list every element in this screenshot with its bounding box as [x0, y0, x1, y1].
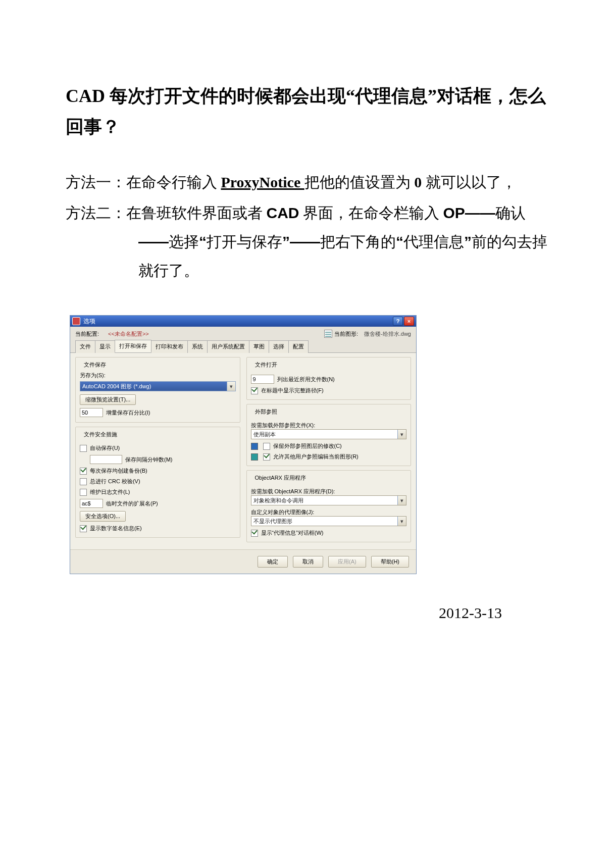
- xref-allow-edit-label: 允许其他用户参照编辑当前图形(R): [273, 453, 359, 461]
- incremental-save-label: 增量保存百分比(I): [106, 409, 150, 417]
- show-proxy-dialog-checkbox[interactable]: [251, 530, 258, 537]
- arx-load-select[interactable]: 对象检测和命令调用 ▾: [251, 495, 407, 505]
- method2-q4: ”: [464, 233, 472, 250]
- arx-load-value: 对象检测和命令调用: [253, 497, 398, 504]
- crc-checkbox[interactable]: [80, 478, 87, 485]
- saveas-select[interactable]: AutoCAD 2004 图形 (*.dwg) ▾: [80, 381, 236, 391]
- method2-proxy: 代理信息: [403, 233, 464, 250]
- tab-select[interactable]: 选择: [269, 340, 289, 353]
- method1-para: 方法一：在命令行输入 ProxyNotice 把他的值设置为 0 就可以以了，: [66, 168, 547, 196]
- method2-q1: “: [199, 233, 207, 250]
- close-button[interactable]: ×: [404, 317, 414, 326]
- digsig-checkbox[interactable]: [80, 525, 87, 532]
- method2-prefix: 方法二：在鲁班软件界面或者: [66, 205, 267, 221]
- xref-retain-checkbox[interactable]: [263, 443, 270, 450]
- chevron-down-icon: ▾: [397, 430, 406, 439]
- help-button[interactable]: 帮助(H): [371, 556, 409, 568]
- bak-label: 每次保存均创建备份(B): [90, 467, 147, 475]
- method2-cad: CAD: [267, 205, 299, 221]
- apply-button[interactable]: 应用(A): [328, 556, 366, 568]
- doc-date: 2012-3-13: [66, 604, 547, 622]
- tab-open-save[interactable]: 打开和保存: [115, 340, 151, 352]
- current-config-value: <<未命名配置>>: [105, 330, 318, 338]
- xref-group-title: 外部参照: [253, 408, 279, 416]
- method1-prefix: 方法一：在命令行输入: [66, 174, 221, 190]
- chevron-down-icon: ▾: [227, 382, 235, 391]
- proxy-image-select[interactable]: 不显示代理图形 ▾: [251, 516, 407, 526]
- method2-d1: ——: [138, 233, 169, 250]
- dialog-footer: 确定 取消 应用(A) 帮助(H): [70, 549, 416, 574]
- xref-load-label: 按需加载外部参照文件(X):: [251, 422, 407, 429]
- current-drawing-label: 当前图形:: [324, 330, 358, 338]
- file-save-group-title: 文件保存: [82, 361, 108, 369]
- fullpath-checkbox[interactable]: [251, 387, 258, 394]
- color-icon: [251, 453, 258, 461]
- log-checkbox[interactable]: [80, 489, 87, 496]
- file-safety-group-title: 文件安全措施: [82, 431, 119, 438]
- config-row: 当前配置: <<未命名配置>> 当前图形: 微舍楼-给排水.dwg: [70, 327, 416, 340]
- help-button[interactable]: ?: [393, 317, 403, 326]
- xref-load-select[interactable]: 使用副本 ▾: [251, 429, 407, 439]
- ok-button[interactable]: 确定: [258, 556, 288, 568]
- tab-system[interactable]: 系统: [187, 340, 208, 353]
- color-icon: [251, 443, 258, 450]
- recent-count-label: 列出最近所用文件数(N): [277, 376, 335, 383]
- thumbnail-settings-button[interactable]: 缩微预览设置(T)...: [80, 394, 136, 405]
- auto-save-checkbox[interactable]: [80, 445, 87, 452]
- save-interval-label: 保存间隔分钟数(M): [125, 456, 173, 464]
- tab-bar: 文件 显示 打开和保存 打印和发布 系统 用户系统配置 草图 选择 配置: [70, 340, 416, 353]
- method2-q2: ”——: [282, 233, 320, 250]
- tab-user-prefs[interactable]: 用户系统配置: [207, 340, 249, 353]
- saveas-label: 另存为(S):: [80, 372, 236, 379]
- xref-allow-edit-checkbox[interactable]: [263, 453, 270, 461]
- file-save-group: 文件保存 另存为(S): AutoCAD 2004 图形 (*.dwg) ▾ 缩…: [75, 357, 240, 423]
- tab-display[interactable]: 显示: [95, 340, 115, 353]
- tab-file[interactable]: 文件: [75, 340, 95, 353]
- chevron-down-icon: ▾: [397, 496, 406, 505]
- method1-mid: 把他的值设置为: [304, 174, 415, 190]
- objectarx-group-title: ObjectARX 应用程序: [253, 474, 308, 482]
- cancel-button[interactable]: 取消: [293, 556, 323, 568]
- fullpath-label: 在标题中显示完整路径(F): [261, 387, 324, 394]
- app-icon: [72, 317, 80, 325]
- options-dialog: 选项 ? × 当前配置: <<未命名配置>> 当前图形: 微舍楼-给排水.dwg…: [70, 315, 417, 574]
- auto-save-label: 自动保存(U): [90, 444, 120, 452]
- saveas-value: AutoCAD 2004 图形 (*.dwg): [82, 383, 227, 390]
- options-dialog-screenshot: 选项 ? × 当前配置: <<未命名配置>> 当前图形: 微舍楼-给排水.dwg…: [70, 315, 547, 574]
- log-label: 维护日志文件(L): [90, 488, 130, 496]
- xref-load-value: 使用副本: [253, 431, 398, 438]
- method2-a: 界面，在命令栏输入: [299, 205, 443, 221]
- objectarx-group: ObjectARX 应用程序 按需加载 ObjectARX 应用程序(D): 对…: [246, 470, 412, 542]
- security-options-button[interactable]: 安全选项(O)...: [80, 511, 126, 522]
- incremental-save-input[interactable]: 50: [80, 408, 103, 417]
- tab-draft[interactable]: 草图: [249, 340, 269, 353]
- proxy-image-label: 自定义对象的代理图像(J):: [251, 508, 407, 516]
- tab-profile[interactable]: 配置: [288, 340, 309, 353]
- method1-suffix: 就可以以了，: [422, 174, 517, 190]
- crc-label: 总进行 CRC 校验(V): [90, 478, 140, 485]
- save-interval-input[interactable]: [90, 455, 122, 464]
- show-proxy-dialog-label: 显示“代理信息”对话框(W): [261, 529, 324, 537]
- current-drawing-label-text: 当前图形:: [334, 330, 358, 338]
- temp-ext-input[interactable]: ac$: [80, 499, 103, 508]
- dialog-titlebar[interactable]: 选项 ? ×: [70, 316, 416, 327]
- dialog-title: 选项: [83, 317, 392, 326]
- digsig-label: 显示数字签名信息(E): [90, 525, 142, 532]
- method2-open: 打开与保存: [207, 233, 282, 250]
- arx-load-label: 按需加载 ObjectARX 应用程序(D):: [251, 488, 407, 495]
- tab-plot[interactable]: 打印和发布: [151, 340, 188, 353]
- chevron-down-icon: ▾: [397, 517, 406, 526]
- file-safety-group: 文件安全措施 自动保存(U) 保存间隔分钟数(M) 每次保存均创建备份(B): [75, 427, 240, 538]
- method1-command: ProxyNotice: [221, 174, 304, 190]
- method1-value: 0: [414, 174, 422, 190]
- current-config-label: 当前配置:: [75, 330, 99, 338]
- drawing-icon: [324, 330, 332, 338]
- file-open-group-title: 文件打开: [253, 361, 279, 369]
- method2-op: OP——: [443, 205, 495, 221]
- method2-b: 确认: [495, 205, 526, 221]
- recent-count-input[interactable]: 9: [251, 375, 274, 384]
- temp-ext-label: 临时文件的扩展名(P): [106, 500, 158, 507]
- file-open-group: 文件打开 9 列出最近所用文件数(N) 在标题中显示完整路径(F): [246, 357, 412, 400]
- xref-retain-label: 保留外部参照图层的修改(C): [273, 442, 342, 450]
- bak-checkbox[interactable]: [80, 468, 87, 475]
